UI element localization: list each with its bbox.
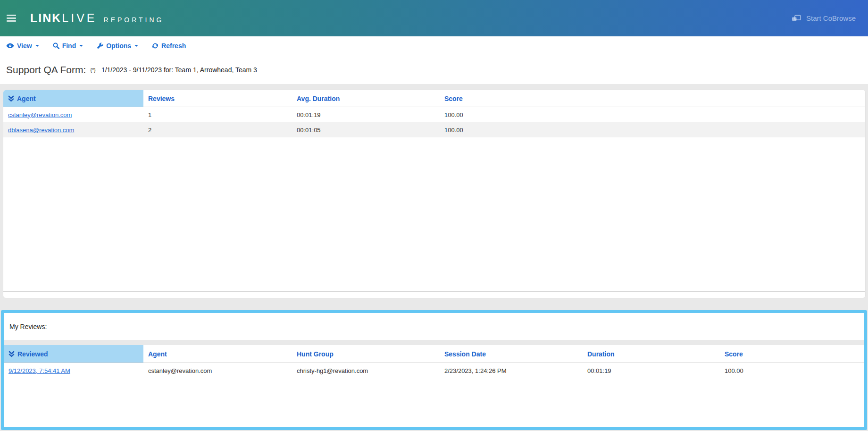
- duration-value: 00:01:19: [583, 363, 720, 378]
- column-header-label: Reviews: [148, 95, 175, 102]
- refresh-icon: [152, 42, 159, 49]
- column-header-label: Reviewed: [17, 350, 48, 358]
- table-empty-area: [3, 137, 865, 291]
- avg-duration-value: 00:01:19: [292, 107, 440, 122]
- cobrowse-label: Start CoBrowse: [806, 14, 856, 22]
- my-reviews-panel: My Reviews: Reviewed Agent: [1, 310, 867, 430]
- report-toolbar: View Find Options: [0, 36, 868, 55]
- find-menu-label: Find: [62, 42, 76, 50]
- score-value: 100.00: [720, 363, 864, 378]
- agents-table: Agent Reviews Avg. Duration Score cstanl…: [3, 90, 865, 292]
- my-reviews-header-row: Reviewed Agent Hunt Group Session Date D…: [4, 345, 864, 363]
- column-header-agent[interactable]: Agent: [3, 90, 143, 107]
- agents-panel: Agent Reviews Avg. Duration Score cstanl…: [3, 90, 866, 298]
- menu-icon[interactable]: [7, 15, 16, 22]
- column-header-label: Hunt Group: [297, 350, 334, 358]
- column-header-label: Avg. Duration: [297, 95, 340, 102]
- column-header-score[interactable]: Score: [440, 90, 865, 107]
- view-menu-label: View: [17, 42, 32, 50]
- report-range-subtitle: 1/1/2023 - 9/11/2023 for: Team 1, Arrowh…: [101, 66, 257, 74]
- column-header-reviews[interactable]: Reviews: [143, 90, 292, 107]
- column-header-session-date[interactable]: Session Date: [440, 345, 583, 363]
- cobrowse-screens-icon: [792, 15, 801, 22]
- view-menu-button[interactable]: View: [6, 42, 39, 50]
- column-header-label: Score: [444, 95, 463, 102]
- refresh-button[interactable]: Refresh: [152, 42, 186, 50]
- chevron-down-icon: [35, 45, 39, 47]
- column-header-label: Agent: [148, 350, 167, 358]
- my-reviews-table: Reviewed Agent Hunt Group Session Date D…: [4, 345, 864, 378]
- reviews-value: 2: [143, 122, 292, 137]
- hunt-group-value: christy-hg1@revation.com: [292, 363, 440, 378]
- wrench-icon: [97, 42, 103, 49]
- column-header-label: Session Date: [444, 350, 486, 358]
- logo-text-reporting: REPORTING: [104, 16, 164, 24]
- column-header-avg-duration[interactable]: Avg. Duration: [292, 90, 440, 107]
- column-header-duration[interactable]: Duration: [583, 345, 720, 363]
- session-date-value: 2/23/2023, 1:24:26 PM: [440, 363, 583, 378]
- table-row: 9/12/2023, 7:54:41 AM cstanley@revation.…: [4, 363, 864, 378]
- logo-text-live: LIVE: [62, 11, 97, 25]
- column-header-agent[interactable]: Agent: [143, 345, 292, 363]
- logo-text-link: LINK: [30, 11, 61, 25]
- my-reviews-label: My Reviews:: [9, 323, 47, 330]
- chevron-down-icon: [79, 45, 83, 47]
- app-logo: LINK LIVE REPORTING: [30, 11, 164, 25]
- section-divider: [4, 340, 864, 345]
- score-value: 100.00: [440, 107, 865, 122]
- my-reviews-label-area: My Reviews:: [4, 313, 864, 340]
- column-header-label: Agent: [17, 95, 36, 102]
- review-timestamp-link[interactable]: 9/12/2023, 7:54:41 AM: [8, 367, 70, 374]
- start-cobrowse-button[interactable]: Start CoBrowse: [792, 14, 856, 22]
- avg-duration-value: 00:01:05: [292, 122, 440, 137]
- column-header-score[interactable]: Score: [720, 345, 864, 363]
- options-menu-button[interactable]: Options: [97, 42, 138, 50]
- search-icon: [53, 42, 59, 49]
- agents-table-header-row: Agent Reviews Avg. Duration Score: [3, 90, 865, 107]
- reviews-value: 1: [143, 107, 292, 122]
- chevron-down-icon: [134, 45, 138, 47]
- app-header: LINK LIVE REPORTING Start CoBrowse: [0, 0, 868, 36]
- column-header-hunt-group[interactable]: Hunt Group: [292, 345, 440, 363]
- column-header-reviewed[interactable]: Reviewed: [4, 345, 143, 363]
- score-value: 100.00: [440, 122, 865, 137]
- table-row: dblasena@revation.com 2 00:01:05 100.00: [3, 122, 865, 137]
- refresh-label: Refresh: [161, 42, 186, 50]
- options-menu-label: Options: [106, 42, 131, 50]
- sort-descending-icon: [8, 95, 14, 102]
- report-title-bar: Support QA Form: {*} 1/1/2023 - 9/11/202…: [0, 55, 868, 84]
- title-badge: {*}: [90, 67, 96, 73]
- eye-icon: [6, 43, 14, 49]
- agent-link[interactable]: dblasena@revation.com: [8, 127, 74, 134]
- column-header-label: Duration: [587, 350, 615, 358]
- app-window: LINK LIVE REPORTING Start CoBrowse: [0, 0, 868, 430]
- table-empty-area: [4, 378, 864, 427]
- find-menu-button[interactable]: Find: [53, 42, 83, 50]
- sort-descending-icon: [8, 351, 15, 357]
- agent-link[interactable]: cstanley@revation.com: [8, 111, 72, 118]
- table-row: cstanley@revation.com 1 00:01:19 100.00: [3, 107, 865, 122]
- agent-value: cstanley@revation.com: [143, 363, 292, 378]
- page-title: Support QA Form:: [6, 64, 86, 76]
- column-header-label: Score: [725, 350, 743, 358]
